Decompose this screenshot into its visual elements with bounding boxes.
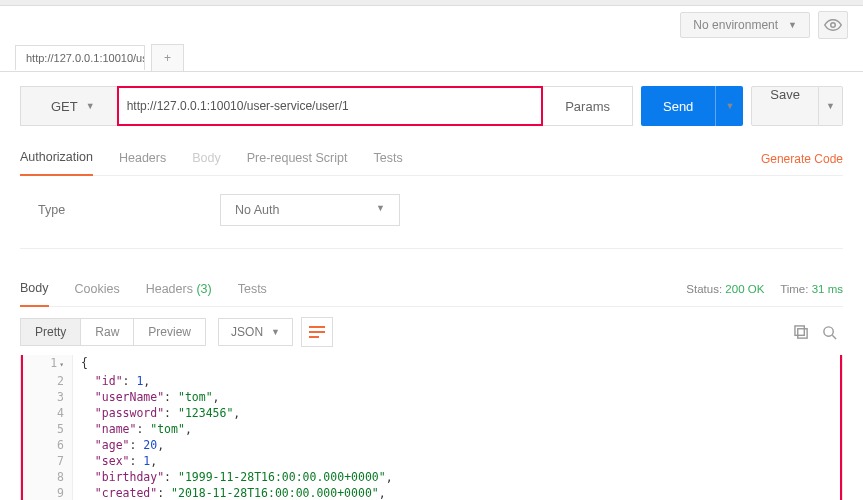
status-value: 200 OK: [725, 283, 764, 295]
tab-body[interactable]: Body: [192, 143, 221, 175]
tab-response-tests[interactable]: Tests: [238, 272, 267, 306]
svg-rect-2: [794, 325, 803, 334]
url-input[interactable]: http://127.0.0.1:10010/user-service/user…: [117, 86, 544, 126]
tab-authorization[interactable]: Authorization: [20, 142, 93, 176]
chevron-down-icon: ▼: [86, 101, 95, 111]
format-selector[interactable]: JSON ▼: [218, 318, 293, 346]
code-line: 1▾{: [23, 355, 840, 373]
chevron-down-icon: ▼: [788, 20, 797, 30]
environment-selected: No environment: [693, 18, 778, 32]
code-line: 5 "name": "tom",: [23, 421, 840, 437]
eye-icon: [824, 19, 842, 31]
response-pane: Body Cookies Headers (3) Tests Status: 2…: [0, 271, 863, 500]
tab-response-headers[interactable]: Headers (3): [146, 272, 212, 306]
new-tab-button[interactable]: +: [151, 44, 184, 71]
response-body-viewer: 1▾{2 "id": 1,3 "userName": "tom",4 "pass…: [20, 355, 843, 500]
svg-point-3: [823, 326, 832, 335]
code-line: 4 "password": "123456",: [23, 405, 840, 421]
svg-rect-1: [797, 328, 806, 337]
svg-point-0: [831, 23, 836, 28]
chevron-down-icon: ▼: [271, 327, 280, 337]
chevron-down-icon: ▼: [725, 101, 734, 111]
code-line: 7 "sex": 1,: [23, 453, 840, 469]
send-button-group: Send ▼: [641, 86, 743, 126]
tab-response-body[interactable]: Body: [20, 271, 49, 307]
environment-quicklook-button[interactable]: [818, 11, 848, 39]
environment-row: No environment ▼: [0, 6, 863, 44]
url-value: http://127.0.0.1:10010/user-service/user…: [127, 99, 349, 113]
response-status: Status: 200 OK Time: 31 ms: [686, 283, 843, 295]
response-tabs: Body Cookies Headers (3) Tests Status: 2…: [20, 271, 843, 307]
code-line: 8 "birthday": "1999-11-28T16:00:00.000+0…: [23, 469, 840, 485]
tab-prerequest[interactable]: Pre-request Script: [247, 143, 348, 175]
auth-panel: Type No Auth ▼: [20, 176, 843, 249]
save-button-group: Save ▼: [751, 86, 843, 126]
view-pretty[interactable]: Pretty: [20, 318, 81, 346]
params-button[interactable]: Params: [543, 86, 633, 126]
auth-type-label: Type: [30, 203, 220, 217]
search-icon: [822, 325, 837, 340]
view-raw[interactable]: Raw: [81, 318, 134, 346]
request-tab[interactable]: http://127.0.0.1:10010/use: [15, 45, 145, 70]
wrap-lines-button[interactable]: [301, 317, 333, 347]
generate-code-link[interactable]: Generate Code: [761, 152, 843, 166]
request-builder: GET ▼ http://127.0.0.1:10010/user-servic…: [0, 72, 863, 255]
code-line: 6 "age": 20,: [23, 437, 840, 453]
url-row: GET ▼ http://127.0.0.1:10010/user-servic…: [20, 86, 843, 126]
copy-icon: [794, 325, 809, 340]
send-button[interactable]: Send: [641, 86, 715, 126]
copy-button[interactable]: [787, 318, 815, 346]
auth-type-value: No Auth: [235, 203, 279, 217]
time-value: 31 ms: [812, 283, 843, 295]
save-dropdown[interactable]: ▼: [819, 86, 843, 126]
http-method-selector[interactable]: GET ▼: [20, 86, 117, 126]
chevron-down-icon: ▼: [826, 101, 835, 111]
tab-headers[interactable]: Headers: [119, 143, 166, 175]
code-line: 3 "userName": "tom",: [23, 389, 840, 405]
environment-selector[interactable]: No environment ▼: [680, 12, 810, 38]
request-tab-bar: http://127.0.0.1:10010/use +: [0, 44, 863, 72]
code-line: 9 "created": "2018-11-28T16:00:00.000+00…: [23, 485, 840, 500]
chevron-down-icon: ▼: [376, 203, 385, 217]
auth-type-selector[interactable]: No Auth ▼: [220, 194, 400, 226]
request-tabs: Authorization Headers Body Pre-request S…: [20, 142, 843, 176]
response-view-row: Pretty Raw Preview JSON ▼: [20, 307, 843, 355]
http-method-label: GET: [51, 99, 78, 114]
send-dropdown[interactable]: ▼: [715, 86, 743, 126]
wrap-icon: [309, 325, 325, 339]
tab-tests[interactable]: Tests: [373, 143, 402, 175]
code-line: 2 "id": 1,: [23, 373, 840, 389]
view-preview[interactable]: Preview: [134, 318, 206, 346]
save-button[interactable]: Save: [751, 86, 819, 126]
search-button[interactable]: [815, 318, 843, 346]
plus-icon: +: [164, 51, 171, 65]
tab-response-cookies[interactable]: Cookies: [75, 272, 120, 306]
